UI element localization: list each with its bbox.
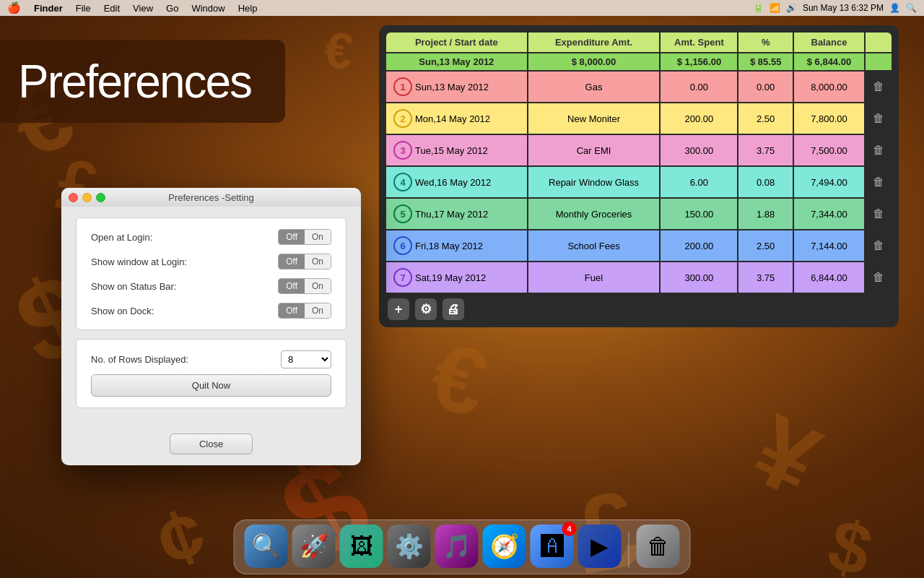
cell-spent: 0.00 (661, 72, 737, 102)
cell-date: 1 Sun,13 May 2012 (386, 72, 527, 102)
row-number: 1 (393, 77, 412, 96)
menubar-clock: Sun May 13 6:32 PM (803, 3, 884, 13)
dock-icon-trash[interactable]: 🗑 (637, 525, 680, 568)
cell-date: 6 Fri,18 May 2012 (386, 230, 527, 261)
cell-spent: 300.00 (661, 135, 737, 165)
cell-project: Gas (528, 72, 660, 102)
dock-separator (629, 532, 629, 568)
table-row: 3 Tue,15 May 2012 Car EMI 300.00 3.75 7,… (386, 135, 892, 165)
menubar: 🍎 Finder File Edit View Go Window Help 🔋… (0, 0, 924, 16)
menubar-items: Finder File Edit View Go Window Help (28, 0, 263, 16)
setting-row-2: Show on Status Bar: Off On (91, 278, 331, 294)
toggle-on[interactable]: On (305, 254, 331, 269)
cell-date: 5 Thu,17 May 2012 (386, 199, 527, 229)
cell-balance: 7,500.00 (794, 135, 864, 165)
menubar-go[interactable]: Go (160, 0, 184, 16)
cell-date: 2 Mon,14 May 2012 (386, 103, 527, 134)
dialog-minimize-button[interactable] (82, 193, 92, 202)
toggle-off[interactable]: Off (279, 279, 305, 293)
settings-box: Open at Login: Off On Show window at Log… (76, 217, 346, 330)
rows-select[interactable]: 8 5 10 15 (281, 350, 331, 368)
toggle-on[interactable]: On (305, 303, 331, 318)
dock-icon-launchpad[interactable]: 🚀 (292, 525, 336, 568)
toggle-on[interactable]: On (305, 279, 331, 293)
delete-row-button[interactable]: 🗑 (873, 239, 884, 251)
row-number: 5 (393, 204, 412, 223)
setting-label: Show on Dock: (91, 306, 154, 316)
quit-now-button[interactable]: Quit Now (91, 374, 331, 397)
delete-row-button[interactable]: 🗑 (873, 207, 884, 220)
add-row-button[interactable]: + (388, 298, 409, 320)
dialog-title: Preferences -Setting (168, 192, 254, 203)
cell-delete: 🗑 (866, 199, 892, 229)
dock-icon-quicktime[interactable]: ▶ (578, 525, 622, 568)
dialog-footer: Close (61, 428, 361, 465)
print-button[interactable]: 🖨 (443, 298, 464, 320)
cell-spent: 200.00 (661, 230, 737, 261)
toggle-group[interactable]: Off On (278, 229, 331, 245)
cell-project: School Fees (528, 230, 660, 261)
summary-balance: $ 6,844.00 (794, 53, 864, 70)
dialog-close-button[interactable] (69, 193, 78, 202)
table-row: 4 Wed,16 May 2012 Repair Window Glass 6.… (386, 167, 892, 197)
preferences-title-banner: Preferences (0, 40, 285, 123)
dock-icon-finder[interactable]: 🔍 (245, 525, 288, 568)
cell-pct: 0.00 (738, 72, 792, 102)
cell-balance: 7,344.00 (794, 199, 864, 229)
cell-date: 7 Sat,19 May 2012 (386, 262, 527, 293)
close-button[interactable]: Close (170, 434, 253, 454)
menubar-search[interactable]: 🔍 (906, 3, 917, 13)
dock-icon-itunes[interactable]: 🎵 (435, 525, 479, 568)
menubar-finder[interactable]: Finder (28, 0, 69, 16)
row-number: 6 (393, 236, 412, 255)
budget-table-container: Project / Start date Expenditure Amt. Am… (379, 25, 899, 327)
summary-amt-spent: $ 1,156.00 (661, 53, 737, 70)
menubar-view[interactable]: View (127, 0, 159, 16)
apple-menu[interactable]: 🍎 (0, 1, 28, 14)
toggle-group[interactable]: Off On (278, 303, 331, 319)
rows-box: No. of Rows Displayed: 8 5 10 15 Quit No… (76, 339, 346, 408)
row-number: 3 (393, 141, 412, 160)
row-number: 4 (393, 173, 412, 191)
dock-badge: 4 (562, 522, 577, 536)
col-header-expenditure: Expenditure Amt. (528, 33, 660, 52)
menubar-window[interactable]: Window (186, 0, 230, 16)
setting-row-0: Open at Login: Off On (91, 229, 331, 245)
menubar-file[interactable]: File (70, 0, 97, 16)
menubar-help[interactable]: Help (232, 0, 263, 16)
cell-delete: 🗑 (866, 103, 892, 134)
dock-icon-safari[interactable]: 🧭 (483, 525, 526, 568)
toggle-off[interactable]: Off (279, 303, 305, 318)
toggle-off[interactable]: Off (279, 254, 305, 269)
cell-pct: 2.50 (738, 103, 792, 134)
menubar-user: 👤 (889, 3, 900, 13)
row-number: 2 (393, 109, 412, 128)
settings-button[interactable]: ⚙ (415, 298, 437, 320)
dialog-body: Open at Login: Off On Show window at Log… (61, 207, 361, 428)
menubar-right: 🔋 📶 🔊 Sun May 13 6:32 PM 👤 🔍 (753, 3, 924, 13)
toggle-group[interactable]: Off On (278, 254, 331, 269)
cell-delete: 🗑 (866, 262, 892, 293)
delete-row-button[interactable]: 🗑 (873, 112, 884, 124)
setting-label: Show on Status Bar: (91, 281, 177, 292)
dock-icon-system-prefs[interactable]: ⚙️ (388, 525, 431, 568)
dock-icon-app-store[interactable]: 🅰4 (531, 525, 574, 568)
dialog-maximize-button[interactable] (96, 193, 105, 202)
table-row: 5 Thu,17 May 2012 Monthly Groceries 150.… (386, 199, 892, 229)
col-header-amt-spent: Amt. Spent (661, 33, 737, 52)
delete-row-button[interactable]: 🗑 (873, 271, 884, 283)
dock-icon-photos[interactable]: 🖼 (340, 525, 383, 568)
menubar-edit[interactable]: Edit (98, 0, 126, 16)
table-row: 1 Sun,13 May 2012 Gas 0.00 0.00 8,000.00… (386, 72, 892, 102)
delete-row-button[interactable]: 🗑 (873, 80, 884, 92)
menubar-wifi: 📶 (770, 3, 780, 13)
table-toolbar: + ⚙ 🖨 (385, 294, 893, 322)
delete-row-button[interactable]: 🗑 (873, 176, 884, 188)
rows-label: No. of Rows Displayed: (91, 354, 188, 365)
toggle-off[interactable]: Off (279, 230, 305, 244)
delete-row-button[interactable]: 🗑 (873, 144, 884, 156)
cell-spent: 300.00 (661, 262, 737, 293)
toggle-group[interactable]: Off On (278, 278, 331, 294)
toggle-on[interactable]: On (305, 230, 331, 244)
col-header-project: Project / Start date (386, 33, 527, 52)
